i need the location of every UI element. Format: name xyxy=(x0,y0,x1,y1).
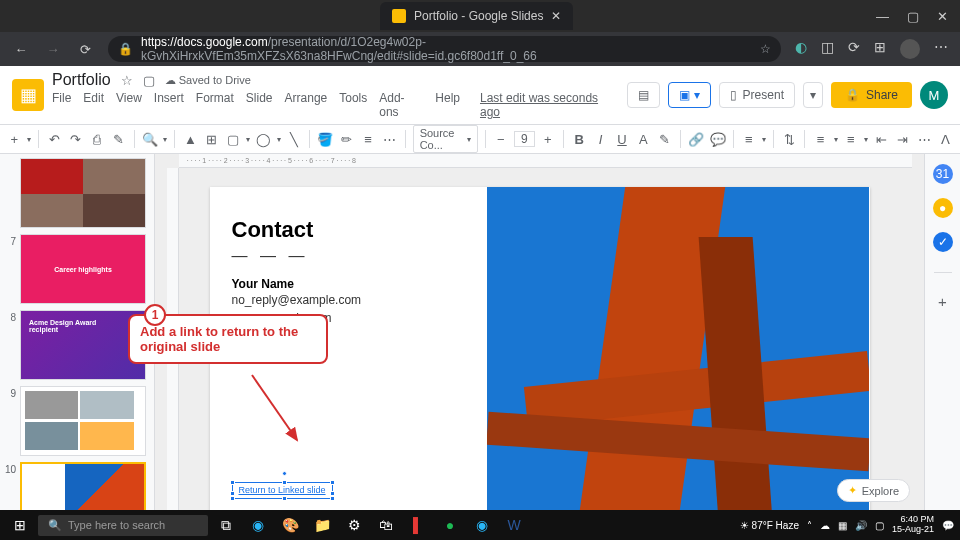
document-title[interactable]: Portfolio xyxy=(52,71,111,89)
menu-addons[interactable]: Add-ons xyxy=(379,91,423,119)
thumbnail-7[interactable]: Career highlights xyxy=(20,234,146,304)
star-doc-icon[interactable]: ☆ xyxy=(121,73,133,88)
present-dropdown[interactable]: ▾ xyxy=(803,82,823,108)
undo-icon[interactable]: ↶ xyxy=(46,130,62,148)
menu-insert[interactable]: Insert xyxy=(154,91,184,119)
sync-icon[interactable]: ⟳ xyxy=(848,39,860,59)
textbox-icon[interactable]: ⊞ xyxy=(204,130,220,148)
line-spacing-icon[interactable]: ⇅ xyxy=(781,130,797,148)
notifications-icon[interactable]: 💬 xyxy=(942,520,954,531)
url-input[interactable]: 🔒 https://docs.google.com/presentation/d… xyxy=(108,36,781,62)
font-selector[interactable]: Source Co...▾ xyxy=(413,125,478,153)
office-icon[interactable]: ▌ xyxy=(404,512,432,538)
thumbnail-6[interactable] xyxy=(20,158,146,228)
menu-edit[interactable]: Edit xyxy=(83,91,104,119)
reload-icon[interactable]: ⟳ xyxy=(76,40,94,58)
weather-widget[interactable]: ☀ 87°F Haze xyxy=(740,520,799,531)
font-size-decrease[interactable]: − xyxy=(493,130,509,148)
onedrive-icon[interactable]: ☁ xyxy=(820,520,830,531)
star-icon[interactable]: ☆ xyxy=(760,42,771,56)
font-size-value[interactable]: 9 xyxy=(514,131,535,147)
start-button[interactable]: ⊞ xyxy=(6,512,34,538)
shape-icon[interactable]: ◯ xyxy=(255,130,271,148)
italic-icon[interactable]: I xyxy=(592,130,608,148)
explore-button[interactable]: Explore xyxy=(837,479,910,502)
highlight-icon[interactable]: ✎ xyxy=(657,130,673,148)
menu-slide[interactable]: Slide xyxy=(246,91,273,119)
slides-logo-icon[interactable]: ▦ xyxy=(12,79,44,111)
last-edit-link[interactable]: Last edit was seconds ago xyxy=(480,91,619,119)
insert-link-icon[interactable]: 🔗 xyxy=(688,130,704,148)
menu-icon[interactable]: ⋯ xyxy=(934,39,948,59)
collections-icon[interactable]: ⊞ xyxy=(874,39,886,59)
share-button[interactable]: 🔒 Share xyxy=(831,82,912,108)
bold-icon[interactable]: B xyxy=(571,130,587,148)
fill-color-icon[interactable]: 🪣 xyxy=(317,130,333,148)
window-minimize-icon[interactable]: — xyxy=(876,9,889,24)
select-tool-icon[interactable]: ▲ xyxy=(182,130,198,148)
border-color-icon[interactable]: ✏ xyxy=(339,130,355,148)
keep-icon[interactable]: ● xyxy=(933,198,953,218)
underline-icon[interactable]: U xyxy=(614,130,630,148)
present-button[interactable]: ▯ Present xyxy=(719,82,795,108)
tray-chevron-icon[interactable]: ˄ xyxy=(807,520,812,531)
volume-icon[interactable]: 🔊 xyxy=(855,520,867,531)
settings-icon[interactable]: ⚙ xyxy=(340,512,368,538)
thumbnail-10[interactable] xyxy=(20,462,146,514)
window-close-icon[interactable]: ✕ xyxy=(937,9,948,24)
font-size-increase[interactable]: + xyxy=(540,130,556,148)
taskbar-search[interactable]: 🔍 Type here to search xyxy=(38,515,208,536)
menu-view[interactable]: View xyxy=(116,91,142,119)
text-color-icon[interactable]: A xyxy=(635,130,651,148)
word-icon[interactable]: W xyxy=(500,512,528,538)
clock[interactable]: 6:40 PM15-Aug-21 xyxy=(892,515,934,535)
menu-arrange[interactable]: Arrange xyxy=(285,91,328,119)
back-icon[interactable]: ← xyxy=(12,40,30,58)
store-icon[interactable]: 🛍 xyxy=(372,512,400,538)
new-slide-button[interactable]: + xyxy=(6,130,22,148)
return-link-textbox[interactable]: Return to Linked slide xyxy=(232,482,333,499)
indent-decrease-icon[interactable]: ⇤ xyxy=(873,130,889,148)
menu-tools[interactable]: Tools xyxy=(339,91,367,119)
extension-icon[interactable]: ◐ xyxy=(795,39,807,59)
app-icon[interactable]: 🎨 xyxy=(276,512,304,538)
menu-file[interactable]: File xyxy=(52,91,71,119)
thumbnail-9[interactable] xyxy=(20,386,146,456)
print-icon[interactable]: ⎙ xyxy=(89,130,105,148)
add-addon-icon[interactable]: + xyxy=(938,293,947,310)
comment-history-button[interactable]: ▤ xyxy=(627,82,660,108)
language-icon[interactable]: ▢ xyxy=(875,520,884,531)
paint-format-icon[interactable]: ✎ xyxy=(111,130,127,148)
spotify-icon[interactable]: ● xyxy=(436,512,464,538)
indent-increase-icon[interactable]: ⇥ xyxy=(895,130,911,148)
menu-format[interactable]: Format xyxy=(196,91,234,119)
line-icon[interactable]: ╲ xyxy=(286,130,302,148)
redo-icon[interactable]: ↷ xyxy=(68,130,84,148)
image-icon[interactable]: ▢ xyxy=(225,130,241,148)
numbered-list-icon[interactable]: ≡ xyxy=(812,130,828,148)
hide-menus-icon[interactable]: ᐱ xyxy=(938,130,954,148)
menu-help[interactable]: Help xyxy=(435,91,460,119)
slideshow-dropdown[interactable]: ▣ ▾ xyxy=(668,82,710,108)
profile-icon[interactable] xyxy=(900,39,920,59)
app-icon-2[interactable]: ◉ xyxy=(468,512,496,538)
extensions-icon[interactable]: ◫ xyxy=(821,39,834,59)
task-view-icon[interactable]: ⧉ xyxy=(212,512,240,538)
window-maximize-icon[interactable]: ▢ xyxy=(907,9,919,24)
edge-icon[interactable]: ◉ xyxy=(244,512,272,538)
align-icon[interactable]: ≡ xyxy=(741,130,757,148)
account-avatar[interactable]: M xyxy=(920,81,948,109)
tasks-icon[interactable]: ✓ xyxy=(933,232,953,252)
forward-icon[interactable]: → xyxy=(44,40,62,58)
calendar-icon[interactable]: 31 xyxy=(933,164,953,184)
zoom-icon[interactable]: 🔍 xyxy=(142,130,158,148)
explorer-icon[interactable]: 📁 xyxy=(308,512,336,538)
comment-icon[interactable]: 💬 xyxy=(709,130,725,148)
border-weight-icon[interactable]: ≡ xyxy=(360,130,376,148)
bulleted-list-icon[interactable]: ≡ xyxy=(843,130,859,148)
more-icon[interactable]: ⋯ xyxy=(916,130,932,148)
browser-tab[interactable]: Portfolio - Google Slides ✕ xyxy=(380,2,573,30)
move-icon[interactable]: ▢ xyxy=(143,73,155,88)
border-dash-icon[interactable]: ⋯ xyxy=(381,130,397,148)
close-tab-icon[interactable]: ✕ xyxy=(551,9,561,23)
